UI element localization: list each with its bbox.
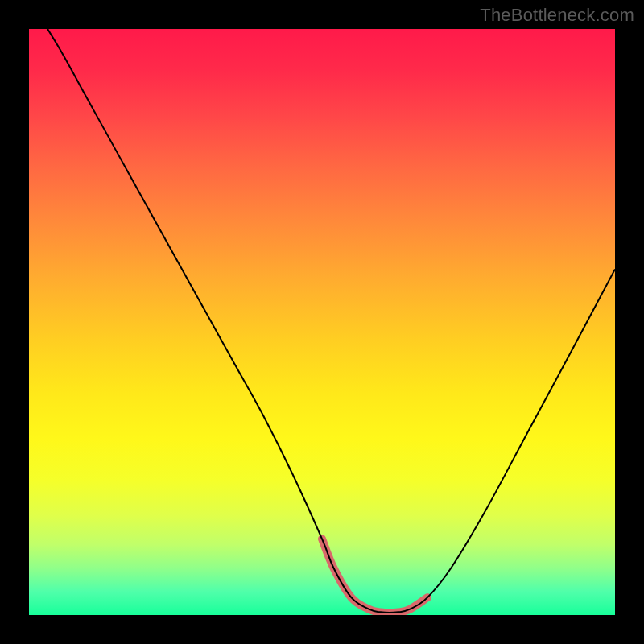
chart-plot-area — [29, 29, 615, 615]
bottleneck-curve — [29, 29, 615, 613]
chart-svg — [29, 29, 615, 615]
watermark-text: TheBottleneck.com — [480, 5, 634, 26]
